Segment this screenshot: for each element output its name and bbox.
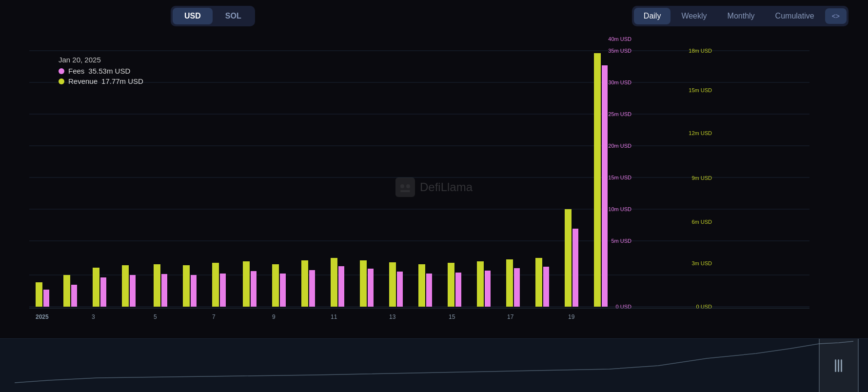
svg-rect-40 (183, 265, 190, 307)
tooltip-fees-row: Fees 35.53m USD (59, 67, 143, 75)
svg-rect-66 (565, 209, 572, 307)
tooltip-date: Jan 20, 2025 (59, 56, 143, 64)
svg-rect-33 (71, 285, 77, 307)
svg-rect-55 (397, 272, 403, 307)
svg-rect-37 (130, 275, 136, 307)
svg-text:17: 17 (507, 314, 514, 320)
svg-rect-44 (243, 261, 250, 307)
svg-text:3m USD: 3m USD (691, 260, 712, 266)
svg-rect-41 (191, 275, 197, 307)
svg-rect-34 (93, 268, 99, 307)
svg-rect-86 (838, 359, 839, 372)
svg-rect-39 (161, 274, 167, 307)
chart-tooltip: Jan 20, 2025 Fees 35.53m USD Revenue 17.… (59, 56, 143, 85)
svg-rect-54 (389, 262, 396, 307)
svg-rect-68 (594, 53, 601, 307)
svg-rect-64 (535, 258, 542, 307)
fees-dot (59, 68, 64, 74)
svg-text:5: 5 (154, 314, 157, 320)
sol-button[interactable]: SOL (214, 8, 253, 24)
svg-rect-50 (331, 258, 337, 307)
svg-rect-61 (485, 271, 491, 307)
svg-text:0 USD: 0 USD (616, 304, 631, 310)
svg-text:19: 19 (568, 314, 575, 320)
fees-label: Fees (68, 67, 84, 75)
svg-text:35m USD: 35m USD (608, 48, 631, 54)
navigator-svg (0, 339, 868, 392)
chart-navigator[interactable] (0, 338, 868, 392)
svg-rect-87 (841, 359, 842, 372)
fees-value: 35.53m USD (88, 67, 130, 75)
svg-text:9: 9 (272, 314, 276, 320)
svg-rect-32 (63, 275, 70, 307)
svg-rect-57 (426, 274, 432, 307)
svg-text:18m USD: 18m USD (689, 48, 712, 54)
svg-rect-85 (835, 359, 836, 372)
svg-rect-63 (514, 268, 520, 307)
svg-rect-56 (418, 264, 425, 307)
svg-rect-48 (301, 260, 308, 307)
svg-rect-67 (572, 229, 578, 307)
svg-text:20m USD: 20m USD (608, 143, 631, 149)
currency-selector: USD SOL (171, 6, 255, 26)
main-container: USD SOL Daily Weekly Monthly Cumulative … (0, 0, 868, 392)
svg-rect-53 (368, 269, 374, 307)
revenue-dot (59, 78, 64, 84)
weekly-button[interactable]: Weekly (671, 8, 716, 24)
svg-rect-58 (448, 263, 454, 307)
svg-rect-59 (455, 273, 461, 307)
svg-text:9m USD: 9m USD (691, 175, 712, 181)
svg-text:13: 13 (389, 314, 396, 320)
svg-text:15m USD: 15m USD (689, 87, 712, 93)
svg-text:2025: 2025 (36, 314, 49, 320)
svg-text:7: 7 (212, 314, 216, 320)
revenue-value: 17.77m USD (101, 77, 143, 85)
svg-rect-43 (220, 274, 226, 307)
svg-text:40m USD: 40m USD (608, 36, 631, 42)
svg-rect-45 (251, 271, 256, 307)
embed-button[interactable]: <> (825, 8, 847, 24)
chart-area: Jan 20, 2025 Fees 35.53m USD Revenue 17.… (0, 36, 868, 338)
svg-text:5m USD: 5m USD (611, 238, 631, 244)
svg-rect-51 (338, 266, 344, 307)
toolbar: USD SOL Daily Weekly Monthly Cumulative … (0, 0, 868, 36)
svg-text:10m USD: 10m USD (608, 206, 631, 212)
svg-rect-30 (36, 282, 42, 307)
svg-rect-69 (602, 65, 608, 307)
svg-rect-36 (122, 265, 129, 307)
svg-text:12m USD: 12m USD (689, 130, 712, 136)
tooltip-revenue-row: Revenue 17.77m USD (59, 77, 143, 85)
svg-text:30m USD: 30m USD (608, 79, 631, 85)
cumulative-button[interactable]: Cumulative (766, 8, 824, 24)
svg-rect-31 (43, 290, 49, 307)
svg-rect-47 (280, 274, 286, 307)
daily-button[interactable]: Daily (634, 8, 671, 24)
svg-text:15m USD: 15m USD (608, 175, 631, 180)
period-selector: Daily Weekly Monthly Cumulative <> (632, 6, 848, 26)
svg-rect-38 (154, 264, 160, 307)
svg-text:15: 15 (449, 314, 455, 320)
usd-button[interactable]: USD (173, 8, 213, 24)
svg-text:6m USD: 6m USD (691, 219, 712, 225)
svg-rect-52 (360, 260, 367, 307)
monthly-button[interactable]: Monthly (718, 8, 765, 24)
svg-rect-81 (0, 339, 868, 392)
svg-rect-35 (100, 277, 106, 307)
revenue-label: Revenue (68, 77, 98, 85)
svg-rect-42 (212, 263, 219, 307)
svg-rect-62 (506, 259, 513, 307)
svg-rect-49 (309, 270, 315, 307)
svg-text:3: 3 (92, 314, 95, 320)
svg-text:11: 11 (331, 314, 337, 320)
svg-rect-60 (477, 261, 484, 307)
svg-rect-46 (272, 264, 279, 307)
svg-text:0 USD: 0 USD (696, 304, 712, 310)
svg-text:25m USD: 25m USD (608, 111, 631, 117)
svg-rect-65 (543, 267, 549, 307)
